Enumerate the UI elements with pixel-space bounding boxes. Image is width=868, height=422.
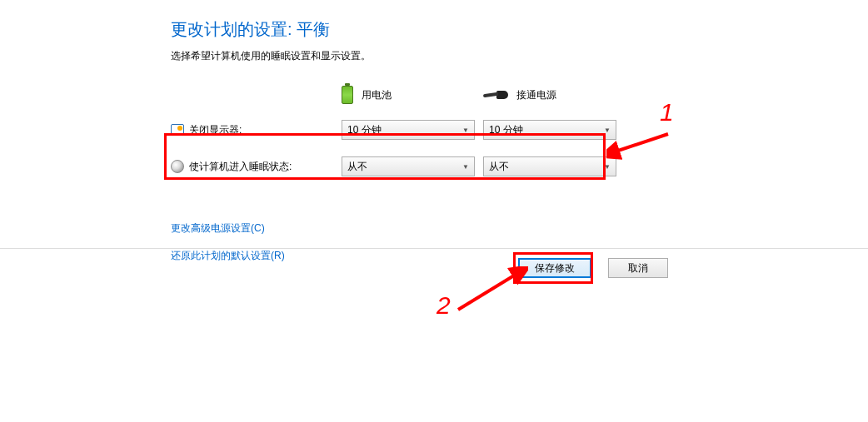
button-bar: 保存修改 取消 bbox=[518, 258, 668, 278]
grid-header-spacer bbox=[171, 78, 333, 112]
display-battery-value: 10 分钟 bbox=[347, 123, 382, 137]
divider bbox=[0, 248, 868, 249]
save-button[interactable]: 保存修改 bbox=[518, 258, 591, 278]
moon-icon bbox=[171, 160, 184, 173]
display-plugged-value: 10 分钟 bbox=[489, 123, 523, 137]
sleep-plugged-dropdown[interactable]: 从不 ▼ bbox=[483, 156, 616, 176]
chevron-down-icon: ▼ bbox=[604, 127, 611, 134]
plugged-in-header: 接通电源 bbox=[483, 78, 616, 112]
links-section: 更改高级电源设置(C) 还原此计划的默认设置(R) bbox=[171, 221, 671, 263]
on-battery-label: 用电池 bbox=[362, 88, 392, 102]
cancel-button[interactable]: 取消 bbox=[608, 258, 668, 278]
advanced-power-settings-link[interactable]: 更改高级电源设置(C) bbox=[171, 221, 671, 236]
turn-off-display-text: 关闭显示器: bbox=[189, 123, 242, 137]
plugged-in-label: 接通电源 bbox=[516, 88, 556, 102]
sleep-text: 使计算机进入睡眠状态: bbox=[189, 160, 292, 174]
chevron-down-icon: ▼ bbox=[604, 163, 611, 171]
page-title: 更改计划的设置: 平衡 bbox=[171, 18, 671, 41]
sleep-battery-dropdown[interactable]: 从不 ▼ bbox=[342, 156, 475, 176]
chevron-down-icon: ▼ bbox=[462, 163, 469, 171]
sleep-battery-value: 从不 bbox=[347, 160, 367, 174]
svg-line-1 bbox=[458, 273, 518, 310]
settings-grid: 用电池 接通电源 关闭显示器: 10 分钟 ▼ 10 分钟 ▼ 使计算机进入睡眠… bbox=[171, 78, 671, 185]
power-plan-settings-panel: 更改计划的设置: 平衡 选择希望计算机使用的睡眠设置和显示设置。 用电池 接通电… bbox=[171, 18, 671, 276]
turn-off-display-label: 关闭显示器: bbox=[171, 112, 333, 148]
annotation-number-1: 1 bbox=[660, 98, 674, 127]
annotation-number-2: 2 bbox=[436, 291, 451, 320]
display-battery-dropdown[interactable]: 10 分钟 ▼ bbox=[342, 120, 475, 140]
monitor-icon bbox=[171, 124, 184, 136]
on-battery-header: 用电池 bbox=[342, 78, 475, 112]
display-plugged-dropdown[interactable]: 10 分钟 ▼ bbox=[483, 120, 616, 140]
battery-icon bbox=[342, 86, 353, 104]
sleep-label: 使计算机进入睡眠状态: bbox=[171, 148, 333, 185]
plug-icon bbox=[483, 90, 508, 100]
chevron-down-icon: ▼ bbox=[462, 127, 469, 134]
sleep-plugged-value: 从不 bbox=[489, 160, 509, 174]
page-subtitle: 选择希望计算机使用的睡眠设置和显示设置。 bbox=[171, 49, 671, 63]
